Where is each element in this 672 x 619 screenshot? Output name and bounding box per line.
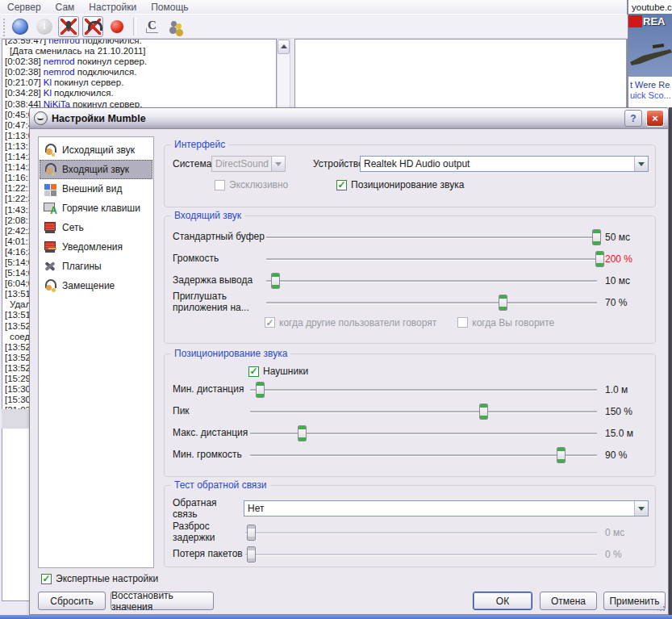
slider-value: 15.0 м [599,428,649,439]
settings-category-item[interactable]: Сеть [40,218,152,237]
reset-button[interactable]: Сбросить [38,592,106,610]
slider-thumb[interactable] [247,546,256,563]
chat-log-line: [Дата сменилась на 21.10.2011] [5,46,273,56]
record-icon[interactable] [106,16,127,37]
server-info-icon[interactable] [34,16,55,37]
settings-dialog: Настройки Mumble ? × Исходящий звук Вход… [29,107,669,615]
network-icon [43,220,57,235]
slider-value: 0 мс [599,527,649,538]
browser-window-edge [669,107,672,615]
slider-thumb[interactable] [271,273,280,289]
slider-track[interactable] [265,294,599,312]
menu-item[interactable]: Помощь [144,2,195,13]
device-combobox[interactable]: Realtek HD Audio output [360,156,649,172]
slider-track[interactable] [265,228,599,246]
slider-track[interactable] [248,446,599,464]
positional-audio-checkbox[interactable]: ✓ [336,180,347,190]
mute-microphone-icon[interactable] [58,16,79,37]
expert-settings-checkbox[interactable]: ✓ [41,574,52,584]
settings-category-item[interactable]: Уведомления [40,237,152,257]
chat-username: nemrod [44,56,75,66]
settings-category-label: Горячие клавиши [62,203,140,214]
positional-audio-label: Позиционирование звука [351,179,464,190]
combo-arrow-icon [634,157,648,171]
apply-button[interactable]: Применить [603,592,666,610]
cancel-button[interactable]: Отмена [540,592,597,610]
settings-category-item[interactable]: Плагины [40,257,152,276]
group-title: Позиционирование звука [171,348,290,359]
video-thumbnail[interactable]: REA [628,14,672,77]
thumbnail-red-badge [628,15,642,27]
slider-thumb[interactable] [592,229,601,245]
slider-thumb[interactable] [499,295,507,311]
slider-track[interactable] [244,546,599,563]
deafen-headphones-icon[interactable] [82,16,103,37]
slider-thumb[interactable] [256,382,265,398]
video-caption-line1[interactable]: t Were Re [628,77,672,90]
slider-track[interactable] [265,272,599,290]
slider-track[interactable] [244,524,599,542]
comment-icon[interactable] [142,16,163,37]
slider-track[interactable] [248,403,599,420]
feedback-combobox[interactable]: Нет [244,500,649,517]
slider-track[interactable] [248,381,599,399]
slider-row: Громкость 200 % [165,248,655,270]
settings-category-label: Замещение [62,280,115,291]
slider-thumb[interactable] [595,251,604,267]
settings-category-item[interactable]: Внешний вид [40,179,152,199]
exclusive-checkbox[interactable] [215,180,225,190]
incoming-audio-group: Входящий звук Стандартный буфер 50 мс Гр… [164,215,656,344]
mumble-app-icon [34,111,48,125]
dialog-title: Настройки Mumble [52,113,620,124]
headphones-checkbox[interactable]: ✓ [248,366,259,377]
dialog-title-bar[interactable]: Настройки Mumble ? × [30,108,668,129]
slider-thumb[interactable] [298,425,307,441]
system-combobox[interactable]: DirectSound [211,156,286,172]
access-tokens-people-icon[interactable] [166,16,187,37]
slider-track[interactable] [248,425,599,442]
restore-defaults-button[interactable]: Восстановить значения [111,592,214,610]
slider-row: Пик 150 % [165,400,655,422]
slider-value: 50 мс [599,232,649,243]
toolbar-drag-handle[interactable] [2,17,6,36]
chat-log-line: [0:34:28]Klподключился. [5,88,273,98]
settings-category-item[interactable]: Исходящий звук [40,140,152,160]
screen: СерверСамНастройкиПомощь [0,0,672,619]
slider-row: Мин. дистанция 1.0 м [165,379,655,400]
settings-category-item[interactable]: Горячие клавиши [40,199,152,218]
slider-thumb[interactable] [479,404,488,420]
chat-log-line: [23:59:47]nemrodподключился. [5,39,273,46]
settings-category-item[interactable]: Замещение [40,276,152,295]
slider-track[interactable] [265,250,599,268]
close-button[interactable]: × [646,110,664,127]
connect-server-globe-icon[interactable] [10,16,31,37]
attenuate-checkbox[interactable] [457,317,468,328]
menu-item[interactable]: Настройки [81,2,144,13]
menu-item[interactable]: Сервер [0,2,48,13]
device-label: Устройство [313,158,358,169]
chat-log-line: [0:21:07]Klпокинул сервер. [5,77,273,88]
slider-thumb[interactable] [557,447,566,463]
slider-row: Разброс задержки 0 мс [165,521,655,544]
help-button[interactable]: ? [624,110,642,127]
slider-thumb[interactable] [247,525,256,541]
group-title: Интерфейс [171,139,228,150]
overlay-icon [43,278,57,293]
thumbnail-logo-text: REA [643,15,665,27]
slider-label: Стандартный буфер [173,232,265,243]
attenuate-checkbox-label: когда Вы говорите [472,317,554,328]
notifications-icon [43,240,57,254]
slider-label: Мин. дистанция [173,384,248,395]
settings-category-list: Исходящий звук Входящий звук Внешний вид… [38,136,154,568]
menu-item[interactable]: Сам [48,2,82,13]
video-caption-line2[interactable]: uick Sco... [628,90,672,100]
attenuate-checkbox[interactable]: ✓ [265,317,275,328]
scroll-up-arrow-icon[interactable] [278,40,290,54]
settings-category-label: Уведомления [62,241,123,253]
ok-button[interactable]: ОК [473,592,532,610]
taskbar-edge[interactable] [0,615,672,619]
settings-category-item[interactable]: Входящий звук [40,160,152,179]
incoming-audio-icon [43,162,57,177]
toolbar-separator [133,18,136,36]
chat-log-line: [0:02:38]nemrodпокинул сервер. [5,56,273,67]
